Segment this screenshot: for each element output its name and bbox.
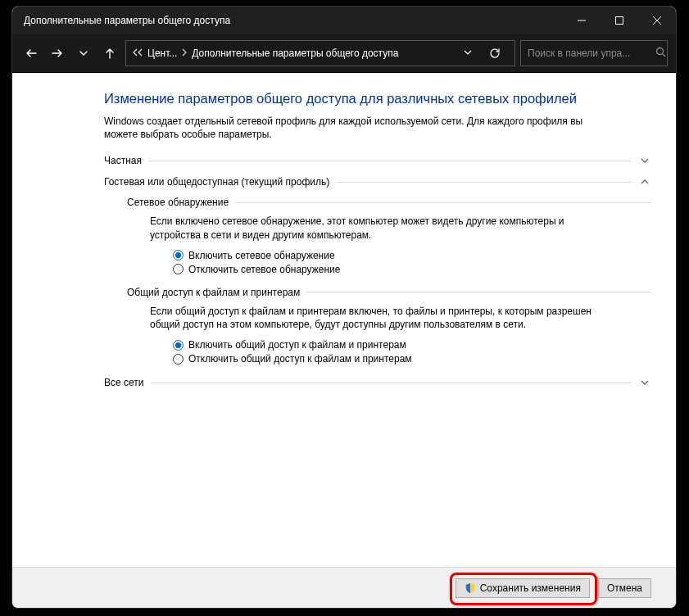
content-pane: Изменение параметров общего доступа для … bbox=[12, 73, 676, 567]
maximize-button[interactable] bbox=[601, 7, 638, 34]
chevron-down-icon bbox=[638, 154, 651, 167]
breadcrumb[interactable]: Цент... Дополнительные параметры общего … bbox=[125, 40, 515, 66]
radio-icon bbox=[173, 340, 184, 351]
forward-button[interactable] bbox=[47, 41, 68, 66]
radio-discovery-on[interactable]: Включить сетевое обнаружение bbox=[173, 250, 651, 261]
radio-discovery-off[interactable]: Отключить сетевое обнаружение bbox=[173, 264, 651, 275]
recent-locations-button[interactable] bbox=[73, 41, 94, 66]
save-button[interactable]: Сохранить изменения bbox=[456, 578, 590, 598]
subsection-network-discovery: Сетевое обнаружение Если включено сетево… bbox=[127, 197, 651, 274]
breadcrumb-item[interactable]: Дополнительные параметры общего доступа bbox=[192, 48, 398, 59]
back-button[interactable] bbox=[20, 41, 42, 66]
radio-icon bbox=[173, 250, 184, 260]
radio-fileshare-on[interactable]: Включить общий доступ к файлам и принтер… bbox=[173, 339, 651, 351]
up-button[interactable] bbox=[99, 41, 120, 66]
subsection-description: Если включено сетевое обнаружение, этот … bbox=[150, 215, 592, 241]
save-button-label: Сохранить изменения bbox=[480, 582, 581, 594]
subsection-label: Общий доступ к файлам и принтерам bbox=[127, 287, 300, 298]
search-icon bbox=[655, 47, 666, 60]
chevron-right-icon bbox=[182, 48, 187, 59]
radio-label: Отключить общий доступ к файлам и принте… bbox=[188, 353, 412, 365]
chevron-left-double-icon bbox=[133, 48, 143, 59]
section-label: Все сети bbox=[104, 377, 144, 388]
section-private-header[interactable]: Частная bbox=[104, 154, 651, 167]
svg-point-4 bbox=[657, 48, 664, 54]
section-label: Частная bbox=[104, 155, 142, 166]
page-title: Изменение параметров общего доступа для … bbox=[104, 91, 651, 106]
window: Дополнительные параметры общего доступа bbox=[11, 6, 677, 609]
shield-icon bbox=[465, 582, 476, 594]
titlebar: Дополнительные параметры общего доступа bbox=[12, 7, 676, 34]
chevron-up-icon bbox=[638, 175, 651, 188]
nav-toolbar: Цент... Дополнительные параметры общего … bbox=[12, 34, 676, 73]
chevron-down-icon[interactable] bbox=[464, 48, 472, 59]
section-all-networks-header[interactable]: Все сети bbox=[104, 376, 651, 389]
footer: Сохранить изменения Отмена bbox=[12, 567, 676, 608]
radio-icon bbox=[173, 264, 184, 274]
subsection-description: Если общий доступ к файлам и принтерам в… bbox=[150, 305, 592, 331]
radio-label: Включить общий доступ к файлам и принтер… bbox=[188, 339, 406, 351]
page-description: Windows создает отдельный сетевой профил… bbox=[104, 115, 604, 141]
minimize-button[interactable] bbox=[563, 7, 601, 34]
section-guest-header[interactable]: Гостевая или общедоступная (текущий проф… bbox=[104, 175, 651, 188]
radio-fileshare-off[interactable]: Отключить общий доступ к файлам и принте… bbox=[173, 353, 651, 365]
search-input[interactable] bbox=[528, 48, 650, 59]
radio-label: Включить сетевое обнаружение bbox=[188, 250, 335, 261]
breadcrumb-item[interactable]: Цент... bbox=[147, 48, 177, 59]
refresh-button[interactable] bbox=[482, 48, 508, 59]
window-title: Дополнительные параметры общего доступа bbox=[24, 15, 563, 26]
section-label: Гостевая или общедоступная (текущий проф… bbox=[104, 176, 329, 188]
chevron-down-icon bbox=[638, 376, 651, 389]
svg-line-5 bbox=[663, 53, 666, 57]
radio-label: Отключить сетевое обнаружение bbox=[188, 264, 340, 275]
search-box[interactable] bbox=[520, 40, 668, 66]
cancel-button[interactable]: Отмена bbox=[598, 578, 651, 598]
subsection-label: Сетевое обнаружение bbox=[127, 197, 229, 208]
radio-icon bbox=[173, 354, 184, 365]
svg-rect-1 bbox=[616, 16, 623, 24]
cancel-button-label: Отмена bbox=[607, 582, 642, 594]
close-button[interactable] bbox=[638, 7, 676, 34]
subsection-file-sharing: Общий доступ к файлам и принтерам Если о… bbox=[127, 287, 651, 365]
